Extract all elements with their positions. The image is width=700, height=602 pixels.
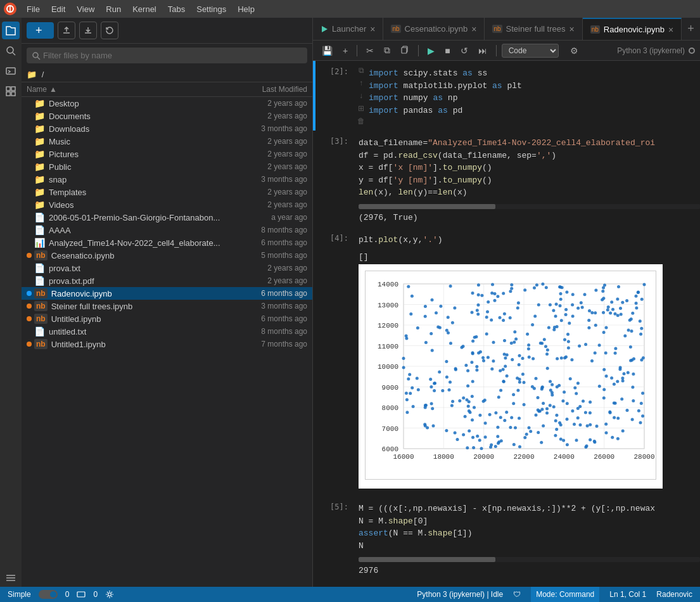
list-item[interactable]: 📁 Downloads 3 months ago (22, 122, 312, 135)
tab-close-button[interactable]: × (370, 24, 375, 34)
list-item[interactable]: nb Untitled.ipynb 6 months ago (22, 312, 312, 325)
svg-point-104 (454, 431, 457, 434)
svg-point-373 (576, 416, 580, 419)
tab-item[interactable]: Launcher × (313, 18, 383, 41)
restart-button[interactable]: ↺ (457, 44, 472, 58)
svg-point-51 (621, 301, 624, 304)
new-tab-button[interactable]: + (682, 22, 700, 35)
list-item[interactable]: 📄 prova.txt.pdf 2 years ago (22, 274, 312, 287)
svg-point-427 (407, 378, 410, 381)
cell-content[interactable]: M = (((x[:,np.newaxis] - x[np.newaxis,:]… (359, 499, 700, 578)
list-item[interactable]: 📁 Desktop 2 years ago (22, 97, 312, 110)
menu-tabs[interactable]: Tabs (163, 3, 190, 15)
paste-button[interactable] (397, 43, 413, 58)
menu-run[interactable]: Run (101, 3, 126, 15)
list-item[interactable]: 📊 Analyzed_Time14-Nov-2022_cell4_elabora… (22, 236, 312, 249)
svg-text:22000: 22000 (513, 453, 534, 461)
refresh-button[interactable] (101, 22, 118, 39)
cell-move-down-btn[interactable]: ↓ (356, 90, 366, 101)
stop-button[interactable]: ■ (441, 44, 454, 58)
modified-column-header[interactable]: Last Modified (225, 85, 307, 94)
notebook-cell[interactable]: [3]:data_filename="Analyzed_Time14-Nov-2… (313, 131, 700, 227)
cell-content[interactable]: data_filename="Analyzed_Time14-Nov-2022_… (359, 133, 700, 225)
cut-button[interactable]: ✂ (362, 44, 378, 58)
cell-add-btn[interactable]: ⊞ (356, 103, 366, 114)
cell-content[interactable]: plt.plot(x,y,'.') [] 6000700080009000100… (359, 230, 700, 494)
tab-item[interactable]: nb Steiner full trees × (485, 18, 582, 41)
add-cell-button[interactable]: + (339, 44, 352, 58)
files-sidebar-btn[interactable] (2, 22, 20, 39)
new-button[interactable]: + (27, 22, 54, 39)
list-item[interactable]: nb Cesenatico.ipynb 5 months ago (22, 249, 312, 262)
file-date-label: 6 months ago (225, 289, 307, 298)
cell-type-select[interactable]: Code Markdown Raw (502, 44, 559, 58)
toggle[interactable] (39, 590, 58, 599)
cell-copy-btn[interactable]: ⧉ (356, 65, 366, 76)
tab-item[interactable]: nb Cesenatico.ipynb × (383, 18, 485, 41)
list-item[interactable]: 📁 Pictures 2 years ago (22, 148, 312, 160)
menu-file[interactable]: File (22, 3, 45, 15)
svg-point-92 (494, 411, 497, 414)
dot-indicator (27, 291, 32, 296)
cell-output: 2976 (359, 563, 700, 578)
run-cell-button[interactable]: ▶ (424, 44, 438, 58)
list-item[interactable]: nb Steiner full trees.ipynb 3 months ago (22, 300, 312, 312)
notebook-cell[interactable]: [2]: ⧉ ↑ ↓ ⊞ 🗑 import scipy.stats as ss … (313, 61, 700, 131)
running-terminals-btn[interactable] (2, 62, 20, 80)
menu-help[interactable]: Help (232, 3, 260, 15)
list-item[interactable]: 📁 Public 2 years ago (22, 160, 312, 173)
notebook-content[interactable]: [2]: ⧉ ↑ ↓ ⊞ 🗑 import scipy.stats as ss … (313, 61, 700, 587)
svg-point-91 (554, 434, 557, 437)
list-item[interactable]: 📁 Music 2 years ago (22, 135, 312, 148)
tab-close-button[interactable]: × (471, 24, 476, 34)
svg-point-55 (635, 295, 638, 298)
code-block[interactable]: import scipy.stats as ss import matplotl… (369, 63, 700, 120)
code-block[interactable]: plt.plot(x,y,'.') (359, 230, 700, 250)
save-button[interactable]: 💾 (318, 44, 336, 58)
menu-edit[interactable]: Edit (46, 3, 70, 15)
list-item[interactable]: 📁 Videos 2 years ago (22, 198, 312, 211)
download-button[interactable] (79, 22, 97, 39)
cell-horizontal-scrollbar[interactable] (359, 557, 700, 562)
restart-run-all-button[interactable]: ⏭ (474, 44, 491, 58)
notebook-tab-icon: nb (492, 25, 502, 33)
cell-delete-btn[interactable]: 🗑 (356, 115, 366, 127)
svg-text:12000: 12000 (378, 322, 398, 330)
tab-close-button[interactable]: × (570, 24, 575, 34)
menu-toggle-btn[interactable] (2, 569, 20, 587)
svg-point-49 (407, 285, 410, 288)
settings-gear-button[interactable]: ⚙ (566, 44, 582, 58)
search-sidebar-btn[interactable] (2, 42, 20, 60)
svg-point-411 (541, 385, 544, 388)
list-item[interactable]: 📄 prova.txt 2 years ago (22, 262, 312, 274)
cell-move-up-btn[interactable]: ↑ (356, 77, 366, 89)
svg-point-271 (627, 328, 630, 331)
menu-kernel[interactable]: Kernel (127, 3, 162, 15)
cell-horizontal-scrollbar[interactable] (359, 204, 700, 209)
list-item[interactable]: 📁 Documents 2 years ago (22, 110, 312, 122)
tab-item[interactable]: nb Radenovic.ipynb × (583, 18, 682, 41)
list-item[interactable]: 📄 2006-05-01-Premio-San-Giorgio-Fontanab… (22, 211, 312, 224)
list-item[interactable]: 📁 Templates 2 years ago (22, 186, 312, 198)
menu-view[interactable]: View (72, 3, 99, 15)
copy-button[interactable]: ⧉ (380, 43, 394, 58)
list-item[interactable]: nb Untitled1.ipynb 7 months ago (22, 338, 312, 350)
cell-content[interactable]: import scipy.stats as ss import matplotl… (369, 63, 700, 120)
code-block[interactable]: data_filename="Analyzed_Time14-Nov-2022_… (359, 133, 700, 203)
name-column-header[interactable]: Name ▲ (27, 85, 225, 94)
code-block[interactable]: M = (((x[:,np.newaxis] - x[np.newaxis,:]… (359, 499, 700, 556)
tab-close-button[interactable]: × (668, 25, 673, 35)
list-item[interactable]: 📄 AAAA 8 months ago (22, 224, 312, 236)
extensions-btn[interactable] (2, 82, 20, 100)
list-item[interactable]: 📄 untitled.txt 8 months ago (22, 325, 312, 338)
notebook-cell[interactable]: [4]:plt.plot(x,y,'.') [] 600070008000900… (313, 227, 700, 497)
upload-button[interactable] (58, 22, 75, 39)
svg-point-275 (531, 385, 534, 388)
svg-point-330 (405, 335, 408, 338)
list-item[interactable]: 📁 snap 3 months ago (22, 173, 312, 186)
notebook-cell[interactable]: [5]:M = (((x[:,np.newaxis] - x[np.newaxi… (313, 496, 700, 580)
svg-point-189 (502, 368, 505, 371)
search-input[interactable] (41, 48, 302, 63)
list-item[interactable]: nb Radenovic.ipynb 6 months ago (22, 287, 312, 300)
menu-settings[interactable]: Settings (191, 3, 231, 15)
